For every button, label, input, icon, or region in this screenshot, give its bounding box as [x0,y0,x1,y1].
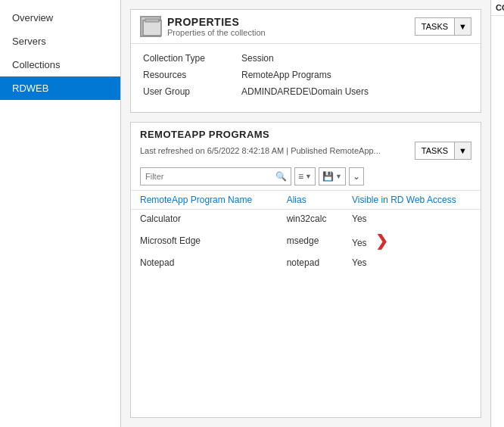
sidebar-item-servers[interactable]: Servers [0,30,120,53]
props-label-user-group: User Group [143,86,241,97]
panel-title-group: PROPERTIES Properties of the collection [140,16,266,37]
row-0-name: Calculator [131,210,278,229]
row-2-visible: Yes [343,254,481,272]
props-label-resources: Resources [143,70,241,80]
filter-input-wrap: 🔍 [140,167,291,185]
panel-title-text: PROPERTIES Properties of the collection [167,16,266,37]
svg-rect-1 [145,19,159,22]
panel-header: PROPERTIES Properties of the collection … [131,10,481,44]
table-body: Calculator win32calc Yes Microsoft Edge … [131,210,481,273]
props-row-user-group: User Group ADMINDAREDE\Domain Users [143,83,468,100]
remoteapp-subtitle-text: Last refreshed on 6/5/2022 8:42:18 AM | … [140,146,415,155]
col-header-alias[interactable]: Alias [278,191,343,210]
con-panel: CON [490,0,504,427]
filter-input[interactable] [141,172,272,181]
sidebar-item-rdweb[interactable]: RDWEB [0,76,120,100]
list-view-icon: ≡ [298,171,303,182]
remoteapp-tasks-dropdown-arrow[interactable]: ▼ [454,142,471,159]
props-value-user-group: ADMINDAREDE\Domain Users [241,86,369,97]
props-value-collection-type: Session [241,53,274,64]
table-head: RemoteApp Program Name Alias Visible in … [131,191,481,210]
remoteapp-header: REMOTEAPP PROGRAMS Last refreshed on 6/5… [131,123,481,163]
row-1-alias: msedge [278,228,343,254]
panel-title: PROPERTIES [167,16,266,28]
save-icon: 💾 [322,171,334,182]
table-row: Notepad notepad Yes [131,254,481,272]
list-view-button[interactable]: ≡ ▼ [294,167,316,185]
expand-icon: ⌄ [353,171,360,182]
table-row: Microsoft Edge msedge Yes ❯ [131,228,481,254]
props-value-resources: RemoteApp Programs [241,70,331,80]
row-1-visible-text: Yes [352,238,367,248]
sidebar-item-collections[interactable]: Collections [0,53,120,76]
properties-table: Collection Type Session Resources Remote… [131,44,481,112]
collection-svg-icon [142,17,163,39]
main-content: PROPERTIES Properties of the collection … [121,0,490,427]
svg-rect-0 [143,20,161,36]
remoteapp-title: REMOTEAPP PROGRAMS [140,129,471,140]
col-header-name[interactable]: RemoteApp Program Name [131,191,278,210]
row-2-alias: notepad [278,254,343,272]
sidebar-item-overview[interactable]: Overview [0,6,120,30]
props-label-collection-type: Collection Type [143,53,241,64]
search-icon: 🔍 [272,171,291,182]
remoteapp-subtitle: Last refreshed on 6/5/2022 8:42:18 AM | … [140,142,471,160]
remoteapp-tasks-label: TASKS [415,146,454,155]
expand-button[interactable]: ⌄ [349,167,364,185]
properties-panel: PROPERTIES Properties of the collection … [130,9,481,113]
col-header-visible[interactable]: Visible in RD Web Access [343,191,481,210]
save-button[interactable]: 💾 ▼ [319,167,346,185]
row-1-visible: Yes ❯ [343,228,481,254]
remoteapp-tasks-button[interactable]: TASKS ▼ [415,142,471,160]
sidebar: Overview Servers Collections RDWEB [0,0,121,427]
row-1-name: Microsoft Edge [131,228,278,254]
red-arrow-indicator: ❯ [375,232,388,249]
remoteapp-table: RemoteApp Program Name Alias Visible in … [131,191,481,272]
props-row-resources: Resources RemoteApp Programs [143,67,468,83]
props-row-collection-type: Collection Type Session [143,50,468,67]
tasks-dropdown-arrow[interactable]: ▼ [454,18,471,35]
list-view-dropdown-icon: ▼ [305,173,312,180]
panel-subtitle: Properties of the collection [167,28,266,37]
save-dropdown-icon: ▼ [335,173,342,180]
tasks-label: TASKS [415,22,454,31]
properties-tasks-button[interactable]: TASKS ▼ [415,17,471,36]
row-2-name: Notepad [131,254,278,272]
table-row: Calculator win32calc Yes [131,210,481,229]
filter-bar: 🔍 ≡ ▼ 💾 ▼ ⌄ [131,163,481,191]
con-header: CON [491,0,504,16]
collection-icon [140,16,161,37]
remoteapp-panel: REMOTEAPP PROGRAMS Last refreshed on 6/5… [130,122,481,418]
row-0-alias: win32calc [278,210,343,229]
row-0-visible: Yes [343,210,481,229]
table-header-row: RemoteApp Program Name Alias Visible in … [131,191,481,210]
